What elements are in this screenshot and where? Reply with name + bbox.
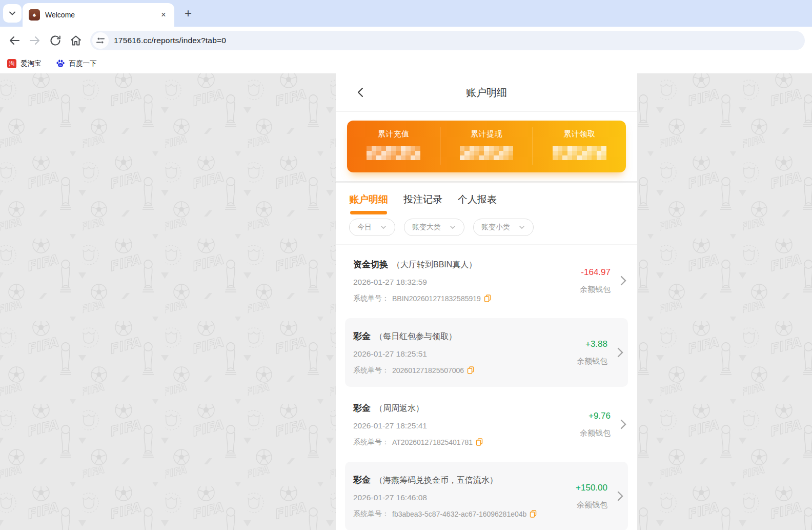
filter-major-category-dropdown[interactable]: 账变大类 bbox=[404, 219, 464, 236]
tab-search-button[interactable] bbox=[3, 4, 22, 23]
summary-card: 累计充值 累计提现 累计领取 bbox=[347, 121, 626, 172]
back-arrow-icon bbox=[8, 34, 21, 47]
chevron-right-icon[interactable] bbox=[614, 419, 627, 430]
tune-icon bbox=[96, 36, 105, 45]
browser-toolbar: 175616.cc/reports/index?tab=0 bbox=[0, 27, 812, 54]
transaction-row[interactable]: 彩金 （海燕筹码兑换金币，五倍流水） 2026-01-27 16:46:08 系… bbox=[345, 462, 628, 530]
transaction-amount: +3.88 bbox=[585, 339, 607, 349]
transaction-amount: +150.00 bbox=[576, 483, 607, 493]
transaction-datetime: 2026-01-27 18:25:41 bbox=[353, 421, 554, 430]
forward-button[interactable] bbox=[25, 30, 45, 51]
chevron-down-icon bbox=[380, 224, 387, 231]
bookmark-baidu[interactable]: du 百度一下 bbox=[56, 59, 97, 68]
tab-personal-report[interactable]: 个人报表 bbox=[458, 193, 497, 214]
bookmark-label: 百度一下 bbox=[69, 59, 97, 68]
copy-icon[interactable] bbox=[476, 438, 483, 446]
reload-button[interactable] bbox=[45, 30, 66, 51]
active-tab-underline bbox=[350, 211, 387, 214]
transaction-row[interactable]: 彩金 （周周返水） 2026-01-27 18:25:41 系统单号： AT20… bbox=[336, 388, 637, 460]
account-detail-panel: 账户明细 累计充值 累计提现 累计领取 bbox=[336, 73, 637, 530]
blurred-value bbox=[367, 146, 420, 160]
web-content: FIFA bbox=[0, 73, 812, 530]
transaction-amount: -164.97 bbox=[581, 267, 611, 278]
transaction-type: 彩金 bbox=[353, 330, 371, 342]
copy-icon[interactable] bbox=[484, 295, 491, 302]
baidu-paw-icon: du bbox=[56, 59, 65, 68]
tab-bet-records[interactable]: 投注记录 bbox=[403, 193, 442, 214]
browser-window: ♠ Welcome × + 175616.cc/reports/inde bbox=[0, 0, 812, 530]
tabs-section: 账户明细 投注记录 个人报表 今日 bbox=[336, 183, 637, 244]
bookmark-label: 爱淘宝 bbox=[21, 59, 42, 68]
order-label: 系统单号： bbox=[353, 294, 389, 303]
browser-tab[interactable]: ♠ Welcome × bbox=[23, 3, 174, 27]
summary-total-deposit: 累计充值 bbox=[347, 121, 440, 172]
chevron-right-icon[interactable] bbox=[614, 275, 627, 286]
url-text[interactable]: 175616.cc/reports/index?tab=0 bbox=[114, 36, 226, 45]
filter-date-dropdown[interactable]: 今日 bbox=[349, 219, 395, 236]
chevron-down-icon bbox=[449, 224, 456, 231]
transaction-amount: +9.76 bbox=[588, 411, 611, 421]
transaction-row[interactable]: 彩金 （每日红包参与领取） 2026-01-27 18:25:51 系统单号： … bbox=[345, 318, 628, 387]
transaction-type: 彩金 bbox=[353, 402, 371, 414]
summary-label: 累计提现 bbox=[471, 129, 502, 139]
chevron-left-icon bbox=[355, 87, 367, 98]
tab-account-detail[interactable]: 账户明细 bbox=[349, 193, 388, 214]
tabs-row: 账户明细 投注记录 个人报表 bbox=[349, 193, 624, 214]
site-favicon: ♠ bbox=[29, 9, 40, 21]
transaction-datetime: 2026-01-27 16:46:08 bbox=[353, 493, 551, 502]
chevron-down-icon bbox=[8, 9, 16, 17]
page-back-button[interactable] bbox=[351, 73, 371, 111]
taobao-icon: 淘 bbox=[7, 59, 16, 68]
order-label: 系统单号： bbox=[353, 438, 389, 447]
wallet-name: 余额钱包 bbox=[580, 428, 611, 438]
chevron-right-icon[interactable] bbox=[611, 490, 624, 502]
filter-minor-category-dropdown[interactable]: 账变小类 bbox=[473, 219, 534, 236]
home-button[interactable] bbox=[66, 30, 86, 51]
transaction-datetime: 2026-01-27 18:25:51 bbox=[353, 349, 551, 359]
new-tab-button[interactable]: + bbox=[179, 5, 197, 22]
order-number: 202601271825507006 bbox=[392, 366, 464, 375]
transaction-desc: （周周返水） bbox=[375, 403, 424, 414]
tab-close-icon[interactable]: × bbox=[158, 9, 169, 21]
bookmarks-bar: 淘 爱淘宝 du 百度一下 bbox=[0, 54, 812, 73]
order-number: fb3abea3-5c87-4632-ac67-16096281e04b bbox=[392, 510, 526, 518]
transaction-datetime: 2026-01-27 18:32:59 bbox=[353, 278, 554, 287]
blurred-value bbox=[553, 146, 606, 160]
reload-icon bbox=[49, 34, 62, 47]
transaction-list: 资金切换 （大厅转到BBIN真人） 2026-01-27 18:32:59 系统… bbox=[336, 244, 637, 530]
summary-total-claim: 累计领取 bbox=[533, 121, 626, 172]
order-label: 系统单号： bbox=[353, 366, 389, 375]
svg-text:du: du bbox=[58, 64, 62, 67]
transaction-row[interactable]: 资金切换 （大厅转到BBIN真人） 2026-01-27 18:32:59 系统… bbox=[336, 245, 637, 317]
address-bar[interactable]: 175616.cc/reports/index?tab=0 bbox=[90, 31, 805, 50]
transaction-desc: （海燕筹码兑换金币，五倍流水） bbox=[375, 475, 498, 486]
page-header: 账户明细 bbox=[336, 73, 637, 112]
wallet-name: 余额钱包 bbox=[577, 357, 607, 366]
card-divider bbox=[533, 127, 533, 165]
blurred-value bbox=[460, 146, 514, 160]
wallet-name: 余额钱包 bbox=[577, 500, 607, 510]
transaction-type: 资金切换 bbox=[353, 259, 388, 270]
chevron-right-icon[interactable] bbox=[611, 347, 624, 358]
order-label: 系统单号： bbox=[353, 509, 389, 519]
card-divider bbox=[440, 127, 440, 165]
bookmark-taobao[interactable]: 淘 爱淘宝 bbox=[7, 59, 42, 68]
order-number: AT202601271825401781 bbox=[392, 438, 473, 446]
tab-strip: ♠ Welcome × + bbox=[0, 0, 812, 27]
summary-label: 累计领取 bbox=[563, 129, 595, 139]
order-number: BBIN202601271832585919 bbox=[392, 295, 481, 303]
copy-icon[interactable] bbox=[467, 366, 474, 374]
transaction-type: 彩金 bbox=[353, 474, 371, 486]
copy-icon[interactable] bbox=[530, 510, 537, 518]
back-button[interactable] bbox=[4, 30, 25, 51]
transaction-desc: （每日红包参与领取） bbox=[375, 331, 457, 342]
forward-arrow-icon bbox=[28, 34, 42, 47]
summary-label: 累计充值 bbox=[378, 129, 410, 139]
wallet-name: 余额钱包 bbox=[580, 285, 611, 295]
site-settings-button[interactable] bbox=[92, 32, 109, 49]
filters-row: 今日 账变大类 账变小类 bbox=[349, 219, 624, 236]
transaction-desc: （大厅转到BBIN真人） bbox=[392, 260, 477, 270]
chevron-down-icon bbox=[518, 224, 525, 231]
home-icon bbox=[69, 34, 83, 47]
summary-total-withdraw: 累计提现 bbox=[440, 121, 533, 172]
